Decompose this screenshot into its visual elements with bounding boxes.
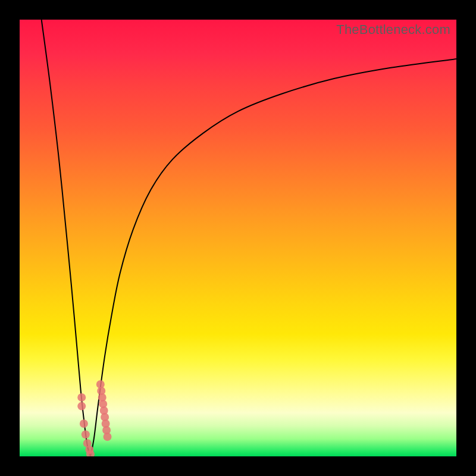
curve-bottleneck-curve-left — [42, 20, 90, 456]
data-point — [104, 433, 112, 441]
chart-container: TheBottleneck.com — [0, 0, 476, 476]
data-point — [77, 393, 86, 402]
curve-bottleneck-curve-right — [90, 59, 456, 456]
plot-area: TheBottleneck.com — [20, 20, 456, 456]
data-point — [82, 430, 90, 439]
data-point — [80, 419, 88, 428]
data-point — [77, 402, 86, 411]
bottleneck-chart-svg — [20, 20, 456, 456]
